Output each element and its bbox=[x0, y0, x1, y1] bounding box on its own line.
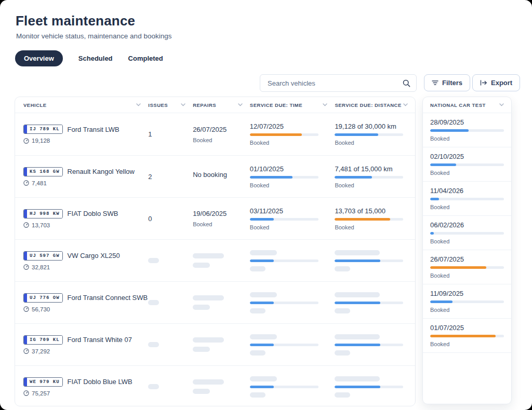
column-label: SERVICE DUE: TIME bbox=[250, 102, 302, 108]
skeleton-bar bbox=[193, 337, 224, 343]
odometer-value: 32,821 bbox=[32, 264, 50, 270]
issues-cell: 1 bbox=[148, 113, 193, 155]
tab-bar: Overview Scheduled Completed bbox=[15, 50, 163, 66]
service-due-distance-cell: 13,703 of 15,000 Booked bbox=[335, 198, 415, 239]
service-distance-status: Booked bbox=[335, 140, 415, 146]
column-header-national-car-test[interactable]: NATIONAL CAR TEST bbox=[423, 97, 511, 113]
repairs-cell bbox=[193, 240, 250, 281]
issues-cell bbox=[148, 324, 193, 365]
vehicle-name: Renault Kangol Yellow bbox=[68, 168, 135, 175]
vehicle-cell: IG 709 KL Ford Transit White 07 37,292 bbox=[15, 324, 148, 365]
chevron-down-icon bbox=[323, 103, 327, 106]
column-header-repairs[interactable]: REPAIRS bbox=[193, 102, 250, 108]
nct-progress-track bbox=[430, 232, 504, 235]
service-distance-bar-fill bbox=[335, 302, 380, 304]
table-row[interactable]: KS 168 GW Renault Kangol Yellow 7,481 2 … bbox=[15, 155, 415, 197]
service-due-time-cell: 12/07/2025 Booked bbox=[250, 113, 335, 155]
column-label: VEHICLE bbox=[23, 102, 47, 108]
odometer-value: 56,730 bbox=[32, 306, 50, 312]
column-header-service-due-time[interactable]: SERVICE DUE: TIME bbox=[250, 102, 335, 108]
export-label: Export bbox=[491, 79, 512, 87]
tab-overview[interactable]: Overview bbox=[15, 50, 63, 66]
nct-bar-fill bbox=[430, 300, 453, 303]
table-row[interactable]: WE 979 KU FIAT Doblo Blue LWB 75,257 bbox=[15, 365, 415, 406]
service-time-status: Booked bbox=[250, 224, 335, 230]
issues-cell bbox=[148, 240, 193, 281]
skeleton-bar bbox=[250, 266, 265, 271]
service-time-progress-track bbox=[250, 386, 318, 388]
service-distance-label: 13,703 of 15,000 bbox=[335, 207, 415, 215]
column-header-vehicle[interactable]: VEHICLE bbox=[15, 102, 148, 108]
nct-date: 11/04/2026 bbox=[430, 187, 504, 195]
nct-row[interactable]: 11/09/2025 Booked bbox=[423, 284, 511, 319]
service-distance-status: Booked bbox=[335, 182, 415, 188]
odometer-icon bbox=[23, 306, 29, 312]
search-icon[interactable] bbox=[403, 79, 410, 87]
service-due-distance-cell: 7,481 of 15,000 km Booked bbox=[335, 156, 415, 197]
page-subtitle: Monitor vehicle status, maintenance and … bbox=[16, 32, 171, 40]
service-due-distance-cell bbox=[335, 282, 415, 323]
nct-row[interactable]: 02/10/2025 Booked bbox=[423, 147, 511, 182]
skeleton-bar bbox=[193, 263, 210, 268]
chevron-down-icon bbox=[181, 103, 185, 106]
skeleton-bar bbox=[193, 379, 224, 385]
nct-row[interactable]: 01/07/2025 Booked bbox=[423, 319, 511, 353]
license-plate: UJ 597 GW bbox=[23, 251, 63, 261]
table-row[interactable]: HJ 998 KW FIAT Doblo SWB 13,703 0 19/06/… bbox=[15, 197, 415, 239]
column-label: NATIONAL CAR TEST bbox=[430, 102, 486, 108]
skeleton-pill bbox=[148, 300, 159, 305]
repairs-cell: 26/07/2025 Booked bbox=[193, 113, 250, 155]
service-time-status: Booked bbox=[250, 140, 335, 146]
column-label: SERVICE DUE: DISTANCE bbox=[335, 102, 401, 108]
service-distance-bar-fill bbox=[335, 259, 380, 262]
plate-number: KS 168 GW bbox=[27, 168, 62, 176]
issues-cell bbox=[148, 282, 193, 323]
chevron-down-icon bbox=[136, 103, 141, 106]
service-due-time-cell bbox=[250, 366, 335, 406]
table-row[interactable]: IG 709 KL Ford Transit White 07 37,292 bbox=[15, 323, 415, 365]
odometer-icon bbox=[23, 222, 29, 228]
nct-bar-fill bbox=[430, 198, 439, 200]
service-distance-progress-track bbox=[335, 176, 403, 179]
plate-number: IJ 789 KL bbox=[27, 125, 62, 133]
repairs-cell bbox=[193, 282, 250, 323]
service-time-progress-track bbox=[250, 133, 318, 136]
table-row[interactable]: IJ 789 KL Ford Transit LWB 19,128 1 26/0… bbox=[15, 113, 415, 155]
export-button[interactable]: Export bbox=[472, 74, 520, 91]
skeleton-bar bbox=[193, 389, 210, 394]
nct-row[interactable]: 11/04/2026 Booked bbox=[423, 182, 511, 216]
skeleton-bar bbox=[335, 376, 380, 381]
nct-row[interactable]: 28/09/2025 Booked bbox=[423, 113, 511, 147]
filters-button[interactable]: Filters bbox=[424, 74, 470, 91]
nct-status: Booked bbox=[430, 341, 504, 347]
filters-label: Filters bbox=[442, 79, 462, 87]
nct-status: Booked bbox=[430, 307, 504, 313]
service-distance-bar-fill bbox=[335, 218, 390, 221]
nct-row[interactable]: 06/02/2026 Booked bbox=[423, 216, 511, 250]
column-header-service-due-distance[interactable]: SERVICE DUE: DISTANCE bbox=[335, 102, 415, 108]
nct-status: Booked bbox=[430, 204, 504, 210]
service-distance-progress-track bbox=[335, 302, 403, 304]
search-input[interactable] bbox=[267, 79, 403, 88]
repairs-date: 26/07/2025 bbox=[193, 126, 250, 133]
plate-number: HJ 998 KW bbox=[27, 210, 62, 218]
skeleton-bar bbox=[335, 250, 380, 255]
nct-bar-fill bbox=[430, 163, 456, 166]
table-row[interactable]: UJ 597 GW VW Cargo XL250 32,821 bbox=[15, 239, 415, 281]
skeleton-bar bbox=[335, 266, 350, 271]
odometer-icon bbox=[23, 348, 29, 354]
vehicle-cell: KS 168 GW Renault Kangol Yellow 7,481 bbox=[15, 156, 148, 197]
tab-completed[interactable]: Completed bbox=[128, 54, 163, 62]
tab-scheduled[interactable]: Scheduled bbox=[78, 54, 113, 62]
license-plate: UJ 776 OW bbox=[23, 293, 63, 303]
filter-icon bbox=[432, 80, 438, 86]
nct-row[interactable]: 26/07/2025 Booked bbox=[423, 250, 511, 284]
odometer-value: 37,292 bbox=[32, 348, 50, 354]
service-distance-bar-fill bbox=[335, 386, 380, 388]
vehicle-cell: UJ 776 OW Ford Transit Connect SWB 56,73… bbox=[15, 282, 148, 323]
column-label: REPAIRS bbox=[193, 102, 216, 108]
column-header-issues[interactable]: ISSUES bbox=[148, 102, 193, 108]
table-row[interactable]: UJ 776 OW Ford Transit Connect SWB 56,73… bbox=[15, 281, 415, 323]
nct-column-body: 28/09/2025 Booked 02/10/2025 Booked 11/0… bbox=[423, 113, 511, 353]
service-time-progress-track bbox=[250, 302, 318, 304]
